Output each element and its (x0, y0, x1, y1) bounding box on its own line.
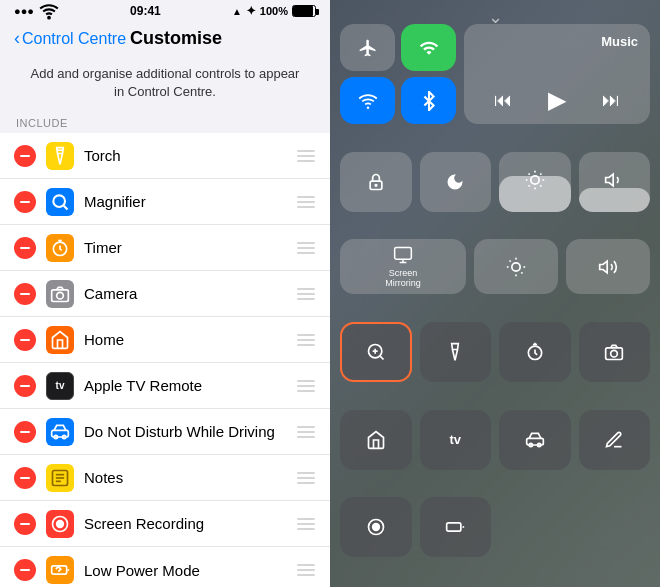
svg-point-15 (57, 521, 64, 528)
cc-row4 (340, 322, 650, 382)
include-list: Torch Magnifier Timer Camera (0, 133, 330, 587)
low-power-label: Low Power Mode (84, 562, 296, 579)
svg-rect-30 (395, 247, 412, 259)
remove-torch-button[interactable] (14, 145, 36, 167)
screen-recording-icon (46, 510, 74, 538)
signal-icon: ●●● (14, 5, 34, 17)
rewind-button[interactable]: ⏮ (494, 90, 512, 111)
camera-cc-button[interactable] (579, 322, 651, 382)
svg-line-27 (528, 185, 529, 186)
list-item: Magnifier (0, 179, 330, 225)
status-bar-right: ▲ ✦ 100% (232, 4, 316, 18)
battery-icon (292, 5, 316, 17)
music-widget[interactable]: Music ⏮ ▶ ⏭ (464, 24, 650, 124)
list-item: Low Power Mode (0, 547, 330, 587)
drag-handle[interactable] (296, 426, 316, 438)
cc-row2 (340, 152, 650, 212)
screen-recording-cc-button[interactable] (340, 497, 412, 557)
home-cc-button[interactable] (340, 410, 412, 470)
list-item: Torch (0, 133, 330, 179)
cc-row5: tv (340, 410, 650, 470)
svg-line-3 (64, 206, 68, 210)
timer-icon (46, 234, 74, 262)
control-centre-panel: ⌄ (330, 0, 660, 587)
cellular-button[interactable] (401, 24, 456, 71)
airplane-mode-button[interactable] (340, 24, 395, 71)
volume-slider[interactable] (579, 152, 651, 212)
torch-cc-button[interactable] (420, 322, 492, 382)
drag-handle[interactable] (296, 472, 316, 484)
svg-line-28 (540, 173, 541, 174)
svg-line-23 (528, 173, 529, 174)
dnd-driving-label: Do Not Disturb While Driving (84, 423, 296, 440)
remove-dnd-button[interactable] (14, 421, 36, 443)
status-bar-left: ●●● (14, 1, 59, 21)
notes-cc-button[interactable] (579, 410, 651, 470)
remove-appletv-button[interactable] (14, 375, 36, 397)
list-item: Camera (0, 271, 330, 317)
appletv-label: Apple TV Remote (84, 377, 296, 394)
wifi-toggle-button[interactable] (340, 77, 395, 124)
drag-handle[interactable] (296, 242, 316, 254)
remove-magnifier-button[interactable] (14, 191, 36, 213)
do-not-disturb-button[interactable] (420, 152, 492, 212)
list-item: Do Not Disturb While Driving (0, 409, 330, 455)
camera-label: Camera (84, 285, 296, 302)
svg-point-31 (512, 263, 520, 271)
bluetooth-toggle-button[interactable] (401, 77, 456, 124)
description-text: Add and organise additional controls to … (0, 53, 330, 109)
drag-handle[interactable] (296, 288, 316, 300)
remove-timer-button[interactable] (14, 237, 36, 259)
svg-line-40 (380, 356, 384, 360)
drag-handle[interactable] (296, 196, 316, 208)
appletv-cc-button[interactable]: tv (420, 410, 492, 470)
list-item: Home (0, 317, 330, 363)
volume-btn[interactable] (566, 239, 650, 294)
list-item: tv Apple TV Remote (0, 363, 330, 409)
torch-icon (46, 142, 74, 170)
brightness-icon (525, 170, 545, 194)
notes-icon (46, 464, 74, 492)
low-power-cc-button[interactable] (420, 497, 492, 557)
back-label[interactable]: Control Centre (22, 30, 126, 48)
drag-handle[interactable] (296, 564, 316, 576)
dnd-driving-icon (46, 418, 74, 446)
drag-handle[interactable] (296, 518, 316, 530)
cc-grid: Music ⏮ ▶ ⏭ (340, 24, 650, 577)
section-header: INCLUDE (0, 109, 330, 133)
svg-point-50 (372, 524, 379, 531)
remove-low-power-button[interactable] (14, 559, 36, 581)
magnifier-cc-button[interactable] (340, 322, 412, 382)
drag-handle[interactable] (296, 150, 316, 162)
remove-notes-button[interactable] (14, 467, 36, 489)
svg-rect-51 (447, 523, 461, 531)
drag-handle[interactable] (296, 334, 316, 346)
svg-point-6 (57, 292, 64, 299)
remove-screen-recording-button[interactable] (14, 513, 36, 535)
drag-handle[interactable] (296, 380, 316, 392)
location-icon: ▲ (232, 6, 242, 17)
timer-cc-button[interactable] (499, 322, 571, 382)
timer-label: Timer (84, 239, 296, 256)
low-power-icon (46, 556, 74, 584)
page-title: Customise (130, 28, 222, 49)
svg-marker-38 (600, 261, 608, 273)
svg-point-0 (48, 17, 50, 19)
screen-mirroring-button[interactable]: ScreenMirroring (340, 239, 466, 294)
svg-point-17 (366, 106, 369, 109)
back-button[interactable]: ‹ Control Centre (14, 28, 126, 49)
camera-icon (46, 280, 74, 308)
svg-line-35 (521, 272, 522, 273)
svg-point-19 (375, 184, 377, 186)
brightness-btn[interactable] (474, 239, 558, 294)
screen-recording-label: Screen Recording (84, 515, 296, 532)
dnd-driving-cc-button[interactable] (499, 410, 571, 470)
fast-forward-button[interactable]: ⏭ (602, 90, 620, 111)
remove-camera-button[interactable] (14, 283, 36, 305)
appletv-cc-icon: tv (449, 432, 461, 447)
svg-line-34 (510, 260, 511, 261)
brightness-slider[interactable] (499, 152, 571, 212)
remove-home-button[interactable] (14, 329, 36, 351)
play-button[interactable]: ▶ (548, 86, 566, 114)
portrait-lock-button[interactable] (340, 152, 412, 212)
